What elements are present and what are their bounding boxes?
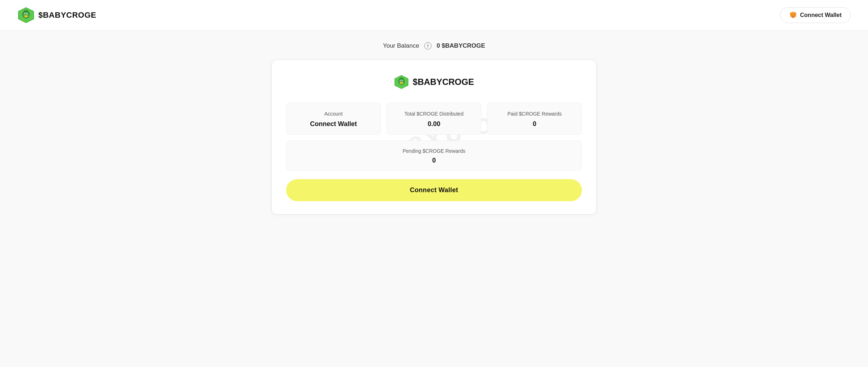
svg-point-26 xyxy=(403,81,403,81)
stat-card-distributed: Total $CROGE Distributed 0.00 xyxy=(387,103,481,135)
balance-value: 0 $BABYCROGE xyxy=(437,42,485,49)
main-connect-wallet-label: Connect Wallet xyxy=(410,186,458,194)
header-connect-wallet-label: Connect Wallet xyxy=(800,12,842,18)
metamask-icon xyxy=(789,11,797,19)
stat-label-distributed: Total $CROGE Distributed xyxy=(394,111,474,117)
info-icon[interactable]: i xyxy=(424,42,431,49)
svg-point-7 xyxy=(27,14,28,14)
stat-label-paid: Paid $CROGE Rewards xyxy=(495,111,574,117)
stat-card-account: Account Connect Wallet xyxy=(286,103,381,135)
pending-value: 0 xyxy=(294,157,574,164)
stat-value-paid: 0 xyxy=(495,120,574,128)
logo-area: $ $BABYCROGE xyxy=(17,7,96,24)
stats-row: Account Connect Wallet Total $CROGE Dist… xyxy=(286,103,582,135)
stat-card-paid: Paid $CROGE Rewards 0 xyxy=(487,103,582,135)
logo-icon: $ xyxy=(17,7,35,24)
main-connect-wallet-button[interactable]: Connect Wallet xyxy=(286,179,582,201)
pending-row: Pending $CROGE Rewards 0 xyxy=(286,141,582,170)
app-header: $ $BABYCROGE Connect Wallet xyxy=(0,0,868,31)
balance-bar: Your Balance i 0 $BABYCROGE xyxy=(0,31,868,56)
svg-point-25 xyxy=(400,81,401,81)
balance-label: Your Balance xyxy=(383,42,420,49)
pending-label: Pending $CROGE Rewards xyxy=(294,148,574,154)
card-logo-icon xyxy=(394,74,409,90)
stat-label-account: Account xyxy=(294,111,373,117)
card-logo-area: $BABYCROGE xyxy=(286,74,582,90)
svg-point-11 xyxy=(24,15,28,17)
main-card: dpoexp ort $BABYCROGE Account Connect Wa… xyxy=(271,60,597,215)
stat-value-distributed: 0.00 xyxy=(394,120,474,128)
stat-value-account: Connect Wallet xyxy=(294,120,373,128)
card-logo-text: $BABYCROGE xyxy=(413,77,474,87)
header-connect-wallet-button[interactable]: Connect Wallet xyxy=(780,7,851,23)
logo-text: $BABYCROGE xyxy=(38,10,96,20)
svg-point-30 xyxy=(400,82,403,84)
svg-point-6 xyxy=(25,14,26,14)
